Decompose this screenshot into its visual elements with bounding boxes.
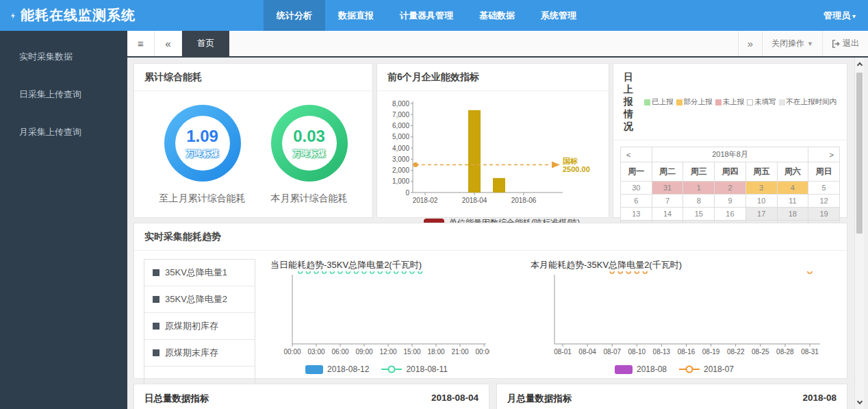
chart-title: 当日能耗趋势-35KV总降电量2(千瓦时)	[270, 259, 489, 271]
svg-text:08-16: 08-16	[678, 348, 695, 356]
svg-text:15:00: 15:00	[403, 348, 420, 356]
legend-label: 部分上报	[684, 97, 713, 107]
user-menu[interactable]: 管理员▾	[824, 10, 856, 22]
svg-text:12:00: 12:00	[379, 348, 396, 356]
calendar-day[interactable]: 9	[715, 195, 746, 208]
scroll-down-icon[interactable]	[857, 399, 863, 404]
calendar-day[interactable]: 30	[621, 182, 652, 195]
calendar-day[interactable]: 6	[621, 195, 652, 208]
legend-swatch	[676, 99, 682, 106]
meter-item[interactable]: 35KV总降电量2	[144, 286, 255, 313]
calendar-day[interactable]: 12	[808, 195, 840, 208]
panel-cumulative-energy: 累计综合能耗 1.09万吨标煤至上月累计综合能耗0.03万吨标煤本月累计综合能耗	[133, 63, 373, 218]
panel-date: 2018-08	[802, 393, 837, 405]
sidebar-item-0[interactable]: 实时采集数据	[0, 38, 127, 75]
scrollbar-thumb[interactable]	[856, 73, 863, 234]
tabs-scroll-right-button[interactable]: »	[738, 31, 762, 56]
legend-item[interactable]: 2018-08	[615, 364, 667, 374]
gauge-value: 0.03	[293, 127, 325, 146]
tabs-scroll-left-button[interactable]: «	[155, 31, 182, 56]
gauge-value: 1.09	[186, 127, 218, 146]
weekday-header: 周四	[715, 162, 746, 182]
calendar-day[interactable]: 8	[683, 195, 715, 208]
svg-text:8,000: 8,000	[392, 100, 409, 108]
meter-item[interactable]: 原煤期末库存	[144, 340, 255, 367]
panel-title: 实时采集能耗趋势	[144, 231, 221, 243]
svg-text:5,000: 5,000	[392, 133, 409, 140]
legend-swatch	[615, 365, 633, 374]
nav-item-1[interactable]: 数据直报	[325, 0, 387, 31]
calendar-day[interactable]: 15	[683, 208, 715, 221]
gauge-unit: 万吨标煤	[186, 148, 219, 160]
svg-text:08-07: 08-07	[603, 348, 621, 356]
app-title: 能耗在线监测系统	[10, 6, 136, 25]
legend-line-icon	[679, 364, 700, 374]
calendar-day[interactable]: 7	[652, 195, 683, 208]
weekday-header: 周六	[777, 162, 808, 182]
close-operations-dropdown[interactable]: 关闭操作▼	[762, 31, 822, 56]
calendar-day[interactable]: 31	[652, 182, 683, 195]
calendar-day[interactable]: 11	[777, 195, 808, 208]
meter-label: 35KV总降电量1	[165, 267, 227, 279]
gauge-ring: 1.09万吨标煤	[164, 105, 241, 182]
app-window: 能耗在线监测系统 统计分析数据直报计量器具管理基础数据系统管理 管理员▾ 实时采…	[0, 0, 868, 409]
legend-item[interactable]: 2018-08-11	[381, 364, 448, 374]
calendar-day[interactable]: 13	[621, 208, 652, 221]
calendar-day[interactable]: 1	[683, 182, 715, 195]
sidebar-item-1[interactable]: 日采集上传查询	[0, 75, 127, 113]
calendar-day[interactable]: 16	[715, 208, 746, 221]
menu-toggle-button[interactable]: ≡	[127, 31, 155, 56]
legend-item[interactable]: 2018-08-12	[305, 364, 369, 374]
legend-item[interactable]: 2018-07	[679, 364, 734, 374]
chart-title: 本月能耗趋势-35KV总降电量2(千瓦时)	[531, 259, 825, 271]
close-operations-label: 关闭操作	[771, 38, 804, 49]
calendar-day[interactable]: 2	[715, 182, 746, 195]
svg-text:1,000: 1,000	[392, 177, 409, 185]
daily-trend-chart: 00:0003:0006:0009:0012:0015:0018:0021:00…	[264, 271, 489, 359]
calendar-day[interactable]: 17	[745, 208, 777, 221]
gauge-unit: 万吨标煤	[293, 148, 326, 160]
scrollbar[interactable]	[854, 58, 864, 409]
nav-item-2[interactable]: 计量器具管理	[387, 0, 466, 31]
svg-text:2500.00: 2500.00	[563, 165, 590, 173]
meter-item[interactable]: 35KV总降电量1	[144, 260, 255, 286]
nav-item-0[interactable]: 统计分析	[264, 0, 325, 31]
calendar-day[interactable]: 3	[745, 182, 777, 195]
nav-item-4[interactable]: 系统管理	[528, 0, 589, 31]
calendar-legend-item: 部分上报	[676, 97, 713, 107]
weekday-header: 周三	[683, 162, 715, 182]
daily-trend-legend: 2018-08-122018-08-11	[264, 364, 489, 374]
app-title-text: 能耗在线监测系统	[21, 6, 136, 25]
calendar-day[interactable]: 14	[652, 208, 683, 221]
top-header: 能耗在线监测系统 统计分析数据直报计量器具管理基础数据系统管理 管理员▾	[0, 0, 868, 31]
legend-label: 已上报	[652, 97, 674, 107]
panel-title: 日总量数据指标	[144, 393, 209, 405]
legend-swatch	[747, 99, 753, 106]
meter-square-icon	[153, 269, 159, 276]
tab-home[interactable]: 首页	[182, 31, 229, 56]
calendar-day[interactable]: 5	[808, 182, 840, 195]
calendar-next-button[interactable]: >	[808, 147, 840, 162]
calendar-day[interactable]: 18	[777, 208, 808, 221]
svg-text:2018-06: 2018-06	[511, 197, 537, 204]
nav-item-3[interactable]: 基础数据	[466, 0, 528, 31]
legend-label: 2018-08-12	[327, 364, 369, 374]
calendar-prev-button[interactable]: <	[621, 147, 652, 162]
calendar-day[interactable]: 10	[745, 195, 777, 208]
sidebar-item-2[interactable]: 月采集上传查询	[0, 113, 127, 151]
svg-text:4,000: 4,000	[392, 145, 409, 152]
monthly-trend-chart-block: 本月能耗趋势-35KV总降电量2(千瓦时) 08-0108-0408-0708-…	[524, 259, 825, 395]
meter-square-icon	[153, 323, 159, 330]
weekday-header: 周日	[808, 162, 840, 182]
panel-date: 2018-08-04	[431, 393, 478, 405]
calendar-day[interactable]: 19	[808, 208, 840, 221]
calendar-day[interactable]: 4	[777, 182, 808, 195]
svg-text:08-01: 08-01	[554, 348, 572, 356]
panel-daily-report-calendar: 日上报情况 已上报部分上报未上报未填写不在上报时间内 <2018年8月>周一周二…	[613, 63, 847, 218]
scroll-up-icon[interactable]	[857, 62, 863, 68]
logout-button[interactable]: 退出	[822, 31, 868, 56]
meter-label: 35KV总降电量2	[165, 293, 227, 306]
legend-label: 未填写	[754, 97, 776, 107]
meter-item[interactable]: 原煤期初库存	[144, 313, 255, 340]
meter-label: 原煤期末库存	[165, 347, 218, 359]
